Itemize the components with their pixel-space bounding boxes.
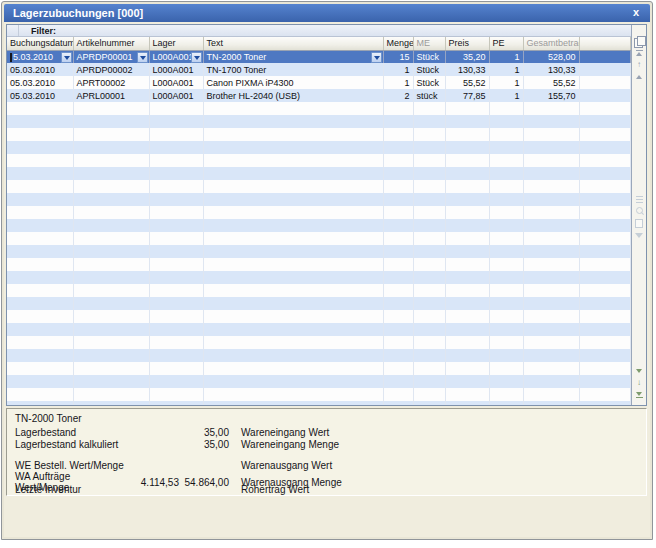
cell-buchungsdatum[interactable] bbox=[7, 245, 73, 258]
cell-preis[interactable] bbox=[445, 336, 489, 349]
cell-gesamtbetrag[interactable] bbox=[523, 310, 579, 323]
cell-pe[interactable] bbox=[489, 154, 523, 167]
cell-artikelnummer[interactable] bbox=[73, 297, 149, 310]
cell-pe[interactable] bbox=[489, 219, 523, 232]
search-icon[interactable] bbox=[634, 206, 645, 216]
cell-text[interactable] bbox=[203, 362, 383, 375]
cell-artikelnummer[interactable]: APRL00001 bbox=[73, 89, 149, 102]
cell-artikelnummer[interactable]: APRT00002 bbox=[73, 76, 149, 89]
cell-me[interactable] bbox=[413, 102, 445, 115]
cell-buchungsdatum[interactable] bbox=[7, 102, 73, 115]
cell-menge[interactable] bbox=[383, 258, 413, 271]
cell-buchungsdatum[interactable] bbox=[7, 219, 73, 232]
cell-lager[interactable] bbox=[149, 284, 203, 297]
cell-buchungsdatum[interactable] bbox=[7, 297, 73, 310]
cell-lager[interactable] bbox=[149, 245, 203, 258]
cell-artikelnummer[interactable] bbox=[73, 336, 149, 349]
cell-preis[interactable] bbox=[445, 154, 489, 167]
cell-menge[interactable] bbox=[383, 154, 413, 167]
cell-text[interactable] bbox=[203, 349, 383, 362]
cell-gesamtbetrag[interactable] bbox=[523, 245, 579, 258]
cell-pe[interactable] bbox=[489, 232, 523, 245]
cell-text[interactable] bbox=[203, 219, 383, 232]
cell-me[interactable] bbox=[413, 323, 445, 336]
cell-buchungsdatum[interactable] bbox=[7, 154, 73, 167]
cell-text[interactable] bbox=[203, 310, 383, 323]
cell-artikelnummer[interactable] bbox=[73, 102, 149, 115]
cell-preis[interactable]: 130,33 bbox=[445, 63, 489, 76]
cell-preis[interactable] bbox=[445, 297, 489, 310]
cell-me[interactable] bbox=[413, 115, 445, 128]
column-header-me[interactable]: ME bbox=[413, 37, 445, 50]
filter-row[interactable]: Filter: bbox=[7, 25, 631, 37]
cell-menge[interactable] bbox=[383, 245, 413, 258]
cell-gesamtbetrag[interactable] bbox=[523, 180, 579, 193]
column-header-lager[interactable]: Lager bbox=[149, 37, 203, 50]
cell-lager[interactable] bbox=[149, 115, 203, 128]
lager-dropdown-icon[interactable] bbox=[191, 52, 202, 63]
cell-text[interactable] bbox=[203, 102, 383, 115]
cell-buchungsdatum[interactable] bbox=[7, 271, 73, 284]
cell-gesamtbetrag[interactable] bbox=[523, 349, 579, 362]
cell-preis[interactable] bbox=[445, 219, 489, 232]
cell-me[interactable] bbox=[413, 245, 445, 258]
cell-buchungsdatum[interactable] bbox=[7, 336, 73, 349]
cell-text[interactable] bbox=[203, 232, 383, 245]
cell-filler[interactable] bbox=[579, 375, 631, 388]
cell-gesamtbetrag[interactable] bbox=[523, 297, 579, 310]
cell-menge[interactable] bbox=[383, 206, 413, 219]
cell-menge[interactable] bbox=[383, 271, 413, 284]
cell-lager[interactable] bbox=[149, 102, 203, 115]
cell-preis[interactable] bbox=[445, 180, 489, 193]
cell-me[interactable] bbox=[413, 154, 445, 167]
cell-filler[interactable] bbox=[579, 141, 631, 154]
cell-preis[interactable] bbox=[445, 323, 489, 336]
cell-pe[interactable] bbox=[489, 388, 523, 401]
cell-me[interactable] bbox=[413, 336, 445, 349]
cell-preis[interactable] bbox=[445, 310, 489, 323]
cell-me[interactable] bbox=[413, 180, 445, 193]
buchungsdatum-dropdown-icon[interactable] bbox=[61, 52, 72, 63]
cell-gesamtbetrag[interactable] bbox=[523, 284, 579, 297]
cell-gesamtbetrag[interactable] bbox=[523, 128, 579, 141]
cell-buchungsdatum[interactable] bbox=[7, 401, 73, 405]
cell-pe[interactable] bbox=[489, 258, 523, 271]
cell-pe[interactable]: 1 bbox=[489, 76, 523, 89]
cell-pe[interactable] bbox=[489, 102, 523, 115]
column-header-artikelnummer[interactable]: Artikelnummer bbox=[73, 37, 149, 50]
cell-menge[interactable] bbox=[383, 401, 413, 405]
cell-filler[interactable] bbox=[579, 115, 631, 128]
cell-artikelnummer[interactable] bbox=[73, 141, 149, 154]
cell-me[interactable] bbox=[413, 128, 445, 141]
cell-pe[interactable]: 1 bbox=[489, 89, 523, 102]
cell-gesamtbetrag[interactable] bbox=[523, 193, 579, 206]
scroll-to-top-icon[interactable] bbox=[634, 48, 645, 58]
cell-menge[interactable] bbox=[383, 141, 413, 154]
cell-gesamtbetrag[interactable] bbox=[523, 375, 579, 388]
cell-lager[interactable] bbox=[149, 375, 203, 388]
cell-buchungsdatum[interactable] bbox=[7, 180, 73, 193]
cell-gesamtbetrag[interactable] bbox=[523, 102, 579, 115]
cell-preis[interactable] bbox=[445, 271, 489, 284]
cell-gesamtbetrag[interactable] bbox=[523, 336, 579, 349]
cell-pe[interactable] bbox=[489, 141, 523, 154]
column-header-gesamtbetrag[interactable]: Gesamtbetrag bbox=[523, 37, 579, 50]
cell-preis[interactable] bbox=[445, 245, 489, 258]
cell-buchungsdatum[interactable] bbox=[7, 388, 73, 401]
cell-filler[interactable] bbox=[579, 388, 631, 401]
cell-filler[interactable] bbox=[579, 323, 631, 336]
cell-menge[interactable] bbox=[383, 102, 413, 115]
cell-artikelnummer[interactable] bbox=[73, 349, 149, 362]
cell-lager[interactable] bbox=[149, 388, 203, 401]
cell-buchungsdatum[interactable]: 05.03.2010 bbox=[7, 76, 73, 89]
text-dropdown-icon[interactable] bbox=[371, 52, 382, 63]
cell-filler[interactable] bbox=[579, 362, 631, 375]
cell-preis[interactable]: 55,52 bbox=[445, 76, 489, 89]
cell-text[interactable]: TN-2000 Toner bbox=[203, 50, 383, 63]
cell-preis[interactable] bbox=[445, 193, 489, 206]
cell-text[interactable] bbox=[203, 141, 383, 154]
cell-filler[interactable] bbox=[579, 206, 631, 219]
cell-gesamtbetrag[interactable] bbox=[523, 167, 579, 180]
cell-lager[interactable] bbox=[149, 323, 203, 336]
cell-pe[interactable] bbox=[489, 245, 523, 258]
